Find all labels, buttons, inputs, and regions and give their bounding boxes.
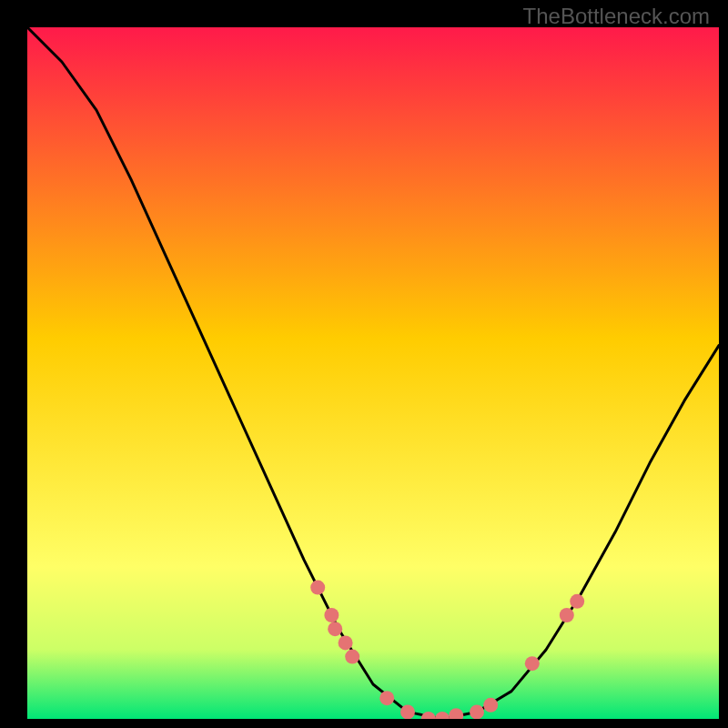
chart-svg [27,27,719,719]
data-marker [483,698,498,713]
plot-area [27,27,719,719]
data-marker [400,704,415,719]
data-marker [525,656,540,671]
gradient-background [27,27,719,719]
data-marker [339,635,353,650]
data-marker [560,608,574,622]
data-marker [345,650,359,664]
data-marker [570,594,584,609]
watermark-text: TheBottleneck.com [523,4,710,29]
data-marker [379,691,394,705]
data-marker [328,622,342,636]
data-marker [470,704,484,719]
data-marker [324,608,339,622]
data-marker [310,581,325,595]
chart-container: TheBottleneck.com [0,0,728,728]
